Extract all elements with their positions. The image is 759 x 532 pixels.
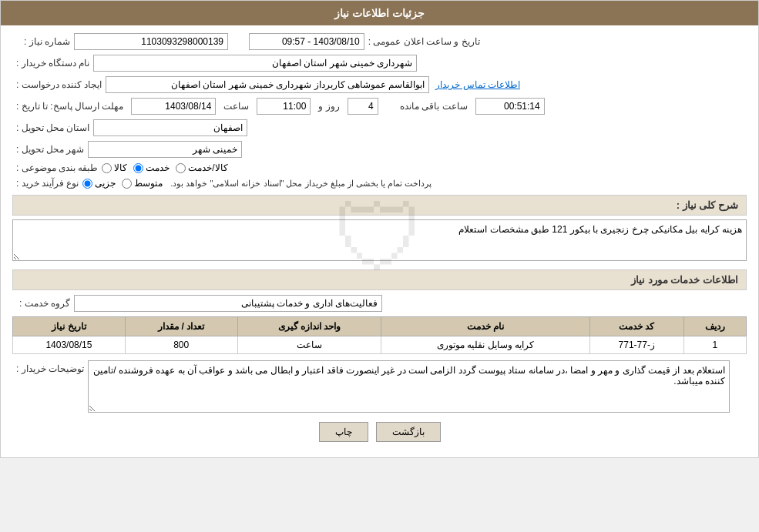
time-input[interactable] — [257, 98, 311, 115]
date-input[interactable] — [131, 98, 216, 115]
category-goods[interactable]: کالا — [102, 162, 127, 173]
province-row: استان محل تحویل : — [12, 119, 747, 136]
deadline-row: ساعت باقی مانده روز و ساعت مهلت ارسال پا… — [12, 98, 747, 115]
form-section: 🛡 تاریخ و ساعت اعلان عمومی : شماره نیاز … — [12, 33, 747, 442]
print-button[interactable]: چاپ — [319, 422, 368, 442]
process-label: نوع فرآیند خرید : — [16, 178, 79, 189]
category-goods-service-label: کالا/خدمت — [188, 162, 227, 173]
process-medium[interactable]: متوسط — [122, 178, 163, 189]
category-label: طبقه بندی موضوعی : — [16, 162, 98, 173]
category-goods-service[interactable]: کالا/خدمت — [176, 162, 227, 173]
cell-name: کرایه وسایل نقلیه موتوری — [381, 336, 590, 354]
days-input[interactable] — [348, 98, 378, 115]
category-service[interactable]: خدمت — [133, 162, 170, 173]
time-label: ساعت — [223, 101, 249, 112]
process-partial[interactable]: جزیی — [82, 178, 116, 189]
need-desc-section: شرح کلی نیاز : — [12, 195, 747, 263]
col-unit: واحد اندازه گیری — [237, 317, 381, 336]
category-goods-service-radio[interactable] — [176, 163, 186, 173]
action-buttons: بازگشت چاپ — [12, 422, 747, 442]
cell-date: 1403/08/15 — [13, 336, 126, 354]
table-row: 1 ز-77-771 کرایه وسایل نقلیه موتوری ساعت… — [13, 336, 747, 354]
process-radios: متوسط جزیی — [82, 178, 163, 189]
content-area: 🛡 تاریخ و ساعت اعلان عمومی : شماره نیاز … — [1, 25, 758, 457]
deadline-label: مهلت ارسال پاسخ: تا تاریخ : — [16, 101, 123, 112]
province-label: استان محل تحویل : — [16, 122, 89, 133]
col-date: تاریخ نیاز — [13, 317, 126, 336]
buyer-org-label: نام دستگاه خریدار : — [16, 58, 89, 69]
category-service-label: خدمت — [146, 162, 170, 173]
page-title: جزئیات اطلاعات نیاز — [334, 7, 425, 19]
col-qty: تعداد / مقدار — [125, 317, 237, 336]
need-number-input[interactable] — [74, 33, 228, 50]
category-row: کالا/خدمت خدمت کالا طبقه بندی موضوعی : — [12, 162, 747, 173]
buyer-notes-label: توضیحات خریدار : — [16, 360, 84, 374]
announce-input[interactable] — [249, 33, 364, 50]
process-medium-radio[interactable] — [122, 179, 132, 189]
buyer-notes-row: توضیحات خریدار : — [12, 360, 747, 413]
services-table: ردیف کد خدمت نام خدمت واحد اندازه گیری ت… — [12, 316, 747, 354]
city-row: شهر محل تحویل : — [12, 141, 747, 158]
creator-label: ایجاد کننده درخواست : — [16, 79, 102, 90]
remaining-label: ساعت باقی مانده — [400, 101, 468, 112]
buyer-notes-textarea[interactable] — [88, 360, 730, 413]
need-desc-textarea[interactable] — [12, 219, 747, 261]
need-number-label: شماره نیاز : — [16, 36, 70, 47]
buyer-notes-section: توضیحات خریدار : — [12, 360, 747, 413]
days-label — [386, 101, 388, 112]
page-header: جزئیات اطلاعات نیاز — [1, 1, 758, 25]
category-goods-label: کالا — [114, 162, 127, 173]
city-label: شهر محل تحویل : — [16, 144, 84, 155]
services-section: اطلاعات خدمات مورد نیاز گروه خدمت : ردیف… — [12, 269, 747, 354]
cell-qty: 800 — [125, 336, 237, 354]
process-partial-label: جزیی — [95, 178, 116, 189]
contact-link[interactable]: اطلاعات تماس خریدار — [435, 79, 520, 90]
services-title: اطلاعات خدمات مورد نیاز — [12, 269, 747, 290]
announce-label: تاریخ و ساعت اعلان عمومی : — [368, 36, 480, 47]
service-group-row: گروه خدمت : — [12, 295, 747, 312]
need-number-row: تاریخ و ساعت اعلان عمومی : شماره نیاز : — [12, 33, 747, 50]
cell-unit: ساعت — [237, 336, 381, 354]
creator-row: اطلاعات تماس خریدار ایجاد کننده درخواست … — [12, 76, 747, 93]
cell-row: 1 — [683, 336, 746, 354]
table-header-row: ردیف کد خدمت نام خدمت واحد اندازه گیری ت… — [13, 317, 747, 336]
service-group-input[interactable] — [74, 295, 382, 312]
buyer-org-input[interactable] — [93, 55, 417, 72]
back-button[interactable]: بازگشت — [376, 422, 441, 442]
remaining-time-input[interactable] — [475, 98, 545, 115]
category-service-radio[interactable] — [133, 163, 143, 173]
process-partial-radio[interactable] — [82, 179, 92, 189]
province-input[interactable] — [93, 119, 247, 136]
page-container: جزئیات اطلاعات نیاز 🛡 تاریخ و ساعت اعلان… — [0, 0, 759, 458]
category-radios: کالا/خدمت خدمت کالا — [102, 162, 227, 173]
creator-input[interactable] — [106, 76, 429, 93]
col-row: ردیف — [683, 317, 746, 336]
process-row: پرداخت تمام یا بخشی از مبلغ خریداز محل "… — [12, 178, 747, 189]
cell-code: ز-77-771 — [589, 336, 683, 354]
buyer-org-row: نام دستگاه خریدار : — [12, 55, 747, 72]
need-desc-title: شرح کلی نیاز : — [12, 195, 747, 216]
process-medium-label: متوسط — [134, 178, 163, 189]
col-name: نام خدمت — [381, 317, 590, 336]
service-group-label: گروه خدمت : — [16, 298, 70, 309]
days-text: روز و — [318, 101, 339, 112]
category-goods-radio[interactable] — [102, 163, 112, 173]
city-input[interactable] — [88, 141, 242, 158]
col-code: کد خدمت — [589, 317, 683, 336]
process-note: پرداخت تمام یا بخشی از مبلغ خریداز محل "… — [170, 179, 432, 189]
